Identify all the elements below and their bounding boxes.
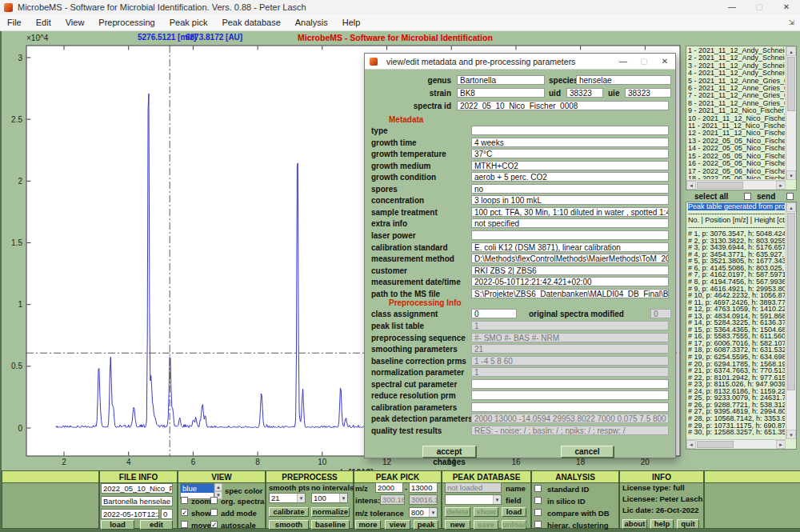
menu-item-file[interactable]: File	[0, 14, 29, 30]
menu-item-preprocessing[interactable]: Preprocessing	[91, 14, 162, 30]
load-button[interactable]: load	[101, 520, 134, 530]
mz-from-field[interactable]: 2000	[375, 482, 403, 493]
zoom-checkbox[interactable]	[181, 497, 188, 504]
dropdown-arrow-icon[interactable]: ▾	[429, 508, 437, 517]
class-assignment-field[interactable]: 0	[471, 309, 517, 318]
more-button[interactable]: more	[355, 520, 381, 530]
meta-customer-field[interactable]: RKI ZBS 2| ZBS6	[471, 266, 669, 275]
uie-field[interactable]: 38323	[625, 88, 671, 98]
quit-button[interactable]: quit	[677, 519, 699, 529]
meta-measurement-method-field[interactable]: D:\Methods\flexControlMethods\MaierMetho…	[471, 254, 669, 263]
peak-button[interactable]: peak	[414, 520, 438, 530]
prep-spectral-cut-parameter-field[interactable]	[471, 379, 669, 389]
close-button[interactable]: ✕	[773, 0, 800, 14]
meta-path-to-the-ms-file-field[interactable]: S:\Projekte\ZBS6_Datenbanken\MALDI04_DB_…	[471, 289, 669, 298]
prep-calibration-parameters-field[interactable]	[471, 402, 669, 412]
dropdown-arrow-icon[interactable]: ▾	[493, 495, 501, 504]
meta-sample-treatment-field[interactable]: 100 pct. TFA, 30 Min, 1:10 diluted in wa…	[471, 207, 669, 217]
meta-calibration-standard-field[interactable]: E. coli K12 (DSM 3871), linear calibrati…	[471, 242, 669, 252]
mz-tolerance-dropdown[interactable]: 800▾	[409, 507, 438, 518]
organism-field[interactable]: Bartonella henselae BK8	[101, 496, 173, 506]
in-silico-id-checkbox[interactable]	[534, 497, 542, 504]
peak-table-row[interactable]: # 30, p: 12588.3257, h: 651.3599, w:	[688, 429, 785, 436]
db-field-dropdown[interactable]: ▾	[445, 494, 502, 505]
org-spectra-checkbox[interactable]	[210, 497, 218, 504]
meta-concentration-field[interactable]: 3 loops in 100 mkL	[471, 195, 669, 205]
standard-id-checkbox[interactable]	[534, 485, 542, 492]
send-spectra-checkbox[interactable]	[786, 193, 794, 200]
dropdown-arrow-icon[interactable]: ▾	[339, 494, 347, 502]
accept-changes-button[interactable]: accept changes	[422, 446, 476, 458]
scroll-left-icon[interactable]: ◄	[686, 440, 696, 449]
scroll-down-icon[interactable]: ▼	[786, 430, 796, 439]
spinner-up-icon[interactable]: ▲	[214, 483, 222, 491]
file-list-vthumb[interactable]	[787, 57, 795, 111]
db-load-button[interactable]: load	[502, 507, 526, 517]
edit-button[interactable]: edit	[140, 520, 173, 530]
meta-growth-medium-field[interactable]: MTKH+CO2	[471, 161, 669, 170]
mz-to-field[interactable]: 13000	[409, 482, 438, 493]
no-intervals-dropdown[interactable]: 100▾	[311, 493, 348, 503]
scroll-left-icon[interactable]: ◄	[686, 181, 696, 190]
about-button[interactable]: about	[622, 519, 647, 529]
prep-reduce-resolution-prm-field[interactable]	[471, 390, 669, 400]
spectra-id-field[interactable]: 2022_05_10_Nico_Fischer_0008	[457, 101, 669, 110]
dialog-close-button[interactable]: ✕	[654, 54, 675, 70]
hierar-clustering-checkbox[interactable]	[534, 521, 542, 528]
species-field[interactable]: henselae	[576, 75, 671, 85]
move-checkbox[interactable]	[181, 521, 188, 528]
peak-list-vscrollbar[interactable]: ▲ ▼	[786, 202, 796, 439]
menu-item-help[interactable]: Help	[335, 14, 368, 30]
baseline-button[interactable]: baseline	[311, 520, 350, 530]
minimize-button[interactable]: —	[718, 0, 746, 14]
scroll-right-icon[interactable]: ►	[776, 181, 786, 190]
menu-item-analysis[interactable]: Analysis	[288, 14, 335, 30]
dropdown-arrow-icon[interactable]: ▾	[297, 494, 305, 502]
dock-icon[interactable]: ⇲	[782, 14, 800, 30]
file-list-item[interactable]: 18 - 2022_05_06_Nico_Fischer_0007	[688, 175, 785, 179]
datetime-field[interactable]: 2022-05-10T12:21:42.4	[101, 509, 159, 519]
calibrate-button[interactable]: calibrate	[269, 507, 309, 517]
add-mode-checkbox[interactable]	[210, 509, 218, 516]
compare-with-db-checkbox[interactable]	[534, 509, 542, 516]
maximize-button[interactable]: ▢	[746, 0, 773, 14]
autoscale-checkbox[interactable]: ✓	[210, 521, 218, 528]
menu-item-peak-database[interactable]: Peak database	[214, 14, 287, 30]
help-button[interactable]: help	[650, 519, 674, 529]
scroll-down-icon[interactable]: ▼	[786, 170, 796, 180]
file-list-hthumb[interactable]	[697, 182, 743, 189]
file-list-hscrollbar[interactable]: ◄ ►	[686, 180, 786, 190]
meta-laser-power-field[interactable]	[471, 230, 669, 240]
select-all-checkbox[interactable]	[744, 193, 751, 200]
file-list-vscrollbar[interactable]: ▲ ▼	[786, 46, 796, 180]
spectra-file-list[interactable]: 1 - 2021_11_12_Andy_Schneider_002 - 2021…	[686, 46, 797, 190]
peak-table-list[interactable]: Peak table generated from processed-----…	[686, 202, 797, 450]
meta-growth-condition-field[interactable]: aerob + 5 perc. CO2	[471, 172, 669, 182]
peak-list-hscrollbar[interactable]: ◄ ►	[686, 439, 786, 449]
meta-measurement-date-time-field[interactable]: 2022-05-10T12:21:42.421+02:00	[471, 277, 669, 286]
meta-extra-info-field[interactable]: not specified	[471, 218, 669, 228]
smooth-pts-dropdown[interactable]: 21▾	[269, 493, 306, 503]
scroll-up-icon[interactable]: ▲	[786, 46, 796, 56]
file-name-field[interactable]: 2022_05_10_Nico_Fischer_	[101, 483, 173, 494]
db-new-button[interactable]: new	[445, 520, 470, 530]
meta-growth-time-field[interactable]: 4 weeks	[471, 138, 669, 147]
dialog-minimize-button[interactable]: —	[613, 54, 634, 70]
menu-item-peak-pick[interactable]: Peak pick	[162, 14, 215, 30]
menu-item-edit[interactable]: Edit	[29, 14, 58, 30]
peak-list-vthumb[interactable]	[787, 213, 795, 390]
strain-field[interactable]: BK8	[457, 88, 545, 98]
smooth-button[interactable]: smooth	[269, 520, 309, 530]
spec-color-selected[interactable]: blue	[181, 484, 214, 493]
meta-growth-temperature-field[interactable]: 37°C	[471, 149, 669, 158]
scroll-up-icon[interactable]: ▲	[786, 202, 796, 212]
class-field[interactable]: 0	[161, 509, 173, 519]
show-checkbox[interactable]: ✓	[181, 509, 188, 516]
normalize-button[interactable]: normalize	[311, 507, 350, 517]
peak-list-hthumb[interactable]	[697, 441, 734, 448]
view-button[interactable]: view	[385, 520, 410, 530]
meta-spores-field[interactable]: no	[471, 184, 669, 194]
menu-item-view[interactable]: View	[58, 14, 92, 30]
cancel-button[interactable]: cancel	[561, 446, 614, 458]
meta-type-field[interactable]	[471, 126, 669, 135]
